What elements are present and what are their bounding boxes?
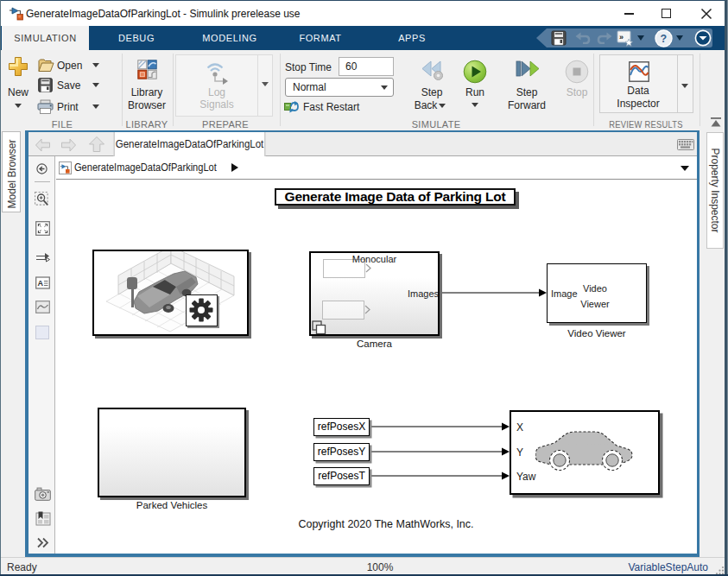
svg-text:A: A [38,279,44,288]
svg-text:»: » [619,33,624,41]
svg-text:?: ? [661,33,668,45]
